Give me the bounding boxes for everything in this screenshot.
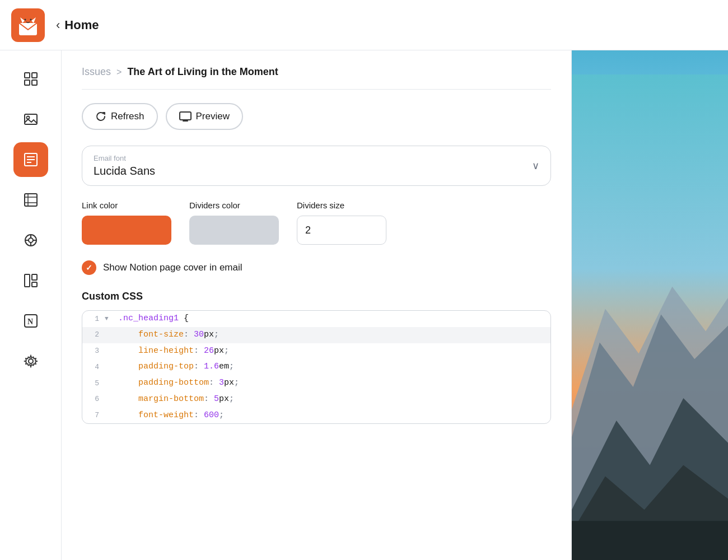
dividers-size-input[interactable]	[297, 225, 386, 236]
svg-marker-1	[20, 17, 25, 23]
preview-label: Preview	[196, 111, 230, 122]
svg-point-20	[29, 238, 33, 242]
svg-rect-27	[32, 282, 37, 287]
svg-rect-25	[25, 274, 30, 287]
svg-point-4	[30, 18, 32, 20]
font-value: Lucida Sans	[94, 165, 539, 178]
svg-point-30	[29, 359, 33, 363]
sidebar-item-settings[interactable]	[13, 344, 48, 379]
preview-panel	[571, 50, 728, 560]
dividers-size-input-wrap: px	[297, 216, 386, 245]
code-line-5: 5 padding-bottom: 3px;	[82, 375, 550, 391]
breadcrumb-separator: >	[116, 67, 122, 77]
breadcrumb-current: The Art of Living in the Moment	[127, 66, 278, 78]
font-dropdown[interactable]: Email font Lucida Sans ∨	[82, 146, 551, 186]
code-line-6: 6 margin-bottom: 5px;	[82, 391, 550, 408]
contact-icon	[23, 192, 39, 208]
sidebar-item-grid[interactable]	[13, 62, 48, 96]
preview-icon	[179, 111, 192, 122]
sidebar-item-contact[interactable]	[13, 183, 48, 217]
code-editor[interactable]: 1 ▼ .nc_heading1 { 2 font-size: 30px; 3 …	[82, 310, 551, 424]
svg-text:N: N	[27, 318, 33, 326]
back-nav[interactable]: ‹ Home	[56, 18, 99, 32]
show-cover-checkbox[interactable]: ✓	[82, 260, 96, 275]
sidebar-item-form[interactable]	[13, 263, 48, 298]
dividers-size-label: Dividers size	[297, 200, 386, 210]
dividers-color-swatch[interactable]	[189, 216, 279, 245]
checkbox-row: ✓ Show Notion page cover in email	[82, 260, 551, 275]
svg-rect-9	[25, 114, 37, 124]
form-icon	[23, 273, 39, 288]
dividers-size-group: Dividers size px	[297, 200, 386, 245]
custom-css-title: Custom CSS	[82, 291, 551, 302]
content-area: Issues > The Art of Living in the Moment…	[62, 50, 571, 560]
link-color-group: Link color	[82, 200, 171, 245]
home-label: Home	[64, 18, 99, 32]
code-line-3: 3 line-height: 26px;	[82, 343, 550, 360]
sidebar-item-newsletter[interactable]	[13, 142, 48, 177]
sidebar: N	[0, 50, 62, 560]
svg-rect-8	[32, 80, 37, 85]
code-line-7: 7 font-weight: 600;	[82, 408, 550, 424]
svg-point-10	[26, 116, 29, 119]
breadcrumb-parent[interactable]: Issues	[82, 66, 111, 78]
svg-point-3	[25, 18, 26, 20]
grid-icon	[23, 71, 39, 87]
svg-marker-2	[31, 17, 36, 23]
breadcrumb-divider	[82, 89, 551, 90]
svg-rect-26	[32, 274, 37, 280]
dividers-color-label: Dividers color	[189, 200, 279, 210]
svg-rect-5	[25, 73, 30, 78]
refresh-button[interactable]: Refresh	[82, 103, 158, 130]
refresh-label: Refresh	[111, 111, 144, 122]
sidebar-item-analytics[interactable]	[13, 223, 48, 258]
image-icon	[23, 111, 39, 127]
settings-row: Link color Dividers color Dividers size …	[82, 200, 551, 245]
back-arrow-icon: ‹	[56, 18, 60, 32]
checkmark-icon: ✓	[86, 263, 92, 272]
mountain-svg	[572, 50, 728, 560]
toolbar: Refresh Preview	[82, 103, 551, 130]
breadcrumb: Issues > The Art of Living in the Moment	[82, 66, 551, 78]
svg-rect-15	[25, 194, 37, 206]
chevron-down-icon: ∨	[532, 160, 539, 172]
sidebar-item-image[interactable]	[13, 102, 48, 137]
settings-icon	[23, 353, 39, 369]
main-layout: N Issues > The Art of Living in the Mome…	[0, 50, 728, 560]
link-color-label: Link color	[82, 200, 171, 210]
link-color-swatch[interactable]	[82, 216, 171, 245]
svg-rect-31	[180, 112, 191, 120]
notion-icon: N	[23, 313, 39, 329]
font-label: Email font	[94, 154, 539, 162]
dividers-color-group: Dividers color	[189, 200, 279, 245]
code-line-4: 4 padding-top: 1.6em;	[82, 359, 550, 375]
newsletter-icon	[23, 152, 39, 167]
code-line-1: 1 ▼ .nc_heading1 {	[82, 311, 550, 327]
preview-image	[572, 50, 728, 560]
svg-rect-6	[32, 73, 37, 78]
logo	[11, 8, 45, 42]
show-cover-label: Show Notion page cover in email	[103, 262, 242, 273]
svg-rect-39	[572, 521, 728, 560]
svg-rect-7	[25, 80, 30, 85]
sidebar-item-notion[interactable]: N	[13, 304, 48, 338]
code-line-2: 2 font-size: 30px;	[82, 327, 550, 343]
preview-button[interactable]: Preview	[166, 103, 243, 130]
header: ‹ Home	[0, 0, 728, 50]
logo-icon	[17, 14, 39, 36]
analytics-icon	[23, 232, 39, 248]
refresh-icon	[95, 111, 106, 122]
